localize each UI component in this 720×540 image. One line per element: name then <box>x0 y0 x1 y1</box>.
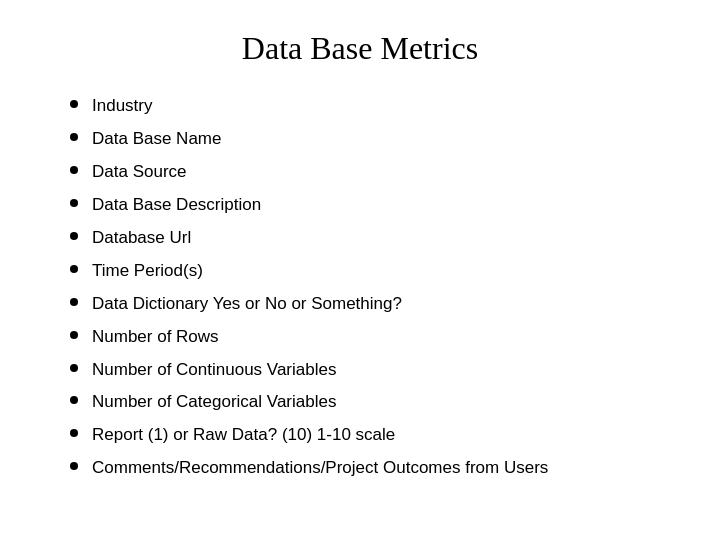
list-item-label: Number of Continuous Variables <box>92 359 336 382</box>
bullet-dot-icon <box>70 364 78 372</box>
list-item-label: Data Base Name <box>92 128 221 151</box>
list-item-label: Data Source <box>92 161 187 184</box>
bullet-dot-icon <box>70 429 78 437</box>
bullet-dot-icon <box>70 396 78 404</box>
page-container: Data Base Metrics IndustryData Base Name… <box>0 0 720 540</box>
bullet-dot-icon <box>70 298 78 306</box>
bullet-dot-icon <box>70 331 78 339</box>
list-item: Report (1) or Raw Data? (10) 1-10 scale <box>70 424 680 447</box>
list-item-label: Comments/Recommendations/Project Outcome… <box>92 457 548 480</box>
bullet-dot-icon <box>70 166 78 174</box>
list-item: Time Period(s) <box>70 260 680 283</box>
bullet-dot-icon <box>70 133 78 141</box>
list-item: Data Source <box>70 161 680 184</box>
list-item: Comments/Recommendations/Project Outcome… <box>70 457 680 480</box>
list-item: Data Base Name <box>70 128 680 151</box>
page-title: Data Base Metrics <box>40 30 680 67</box>
bullet-list: IndustryData Base NameData SourceData Ba… <box>70 95 680 490</box>
list-item: Number of Rows <box>70 326 680 349</box>
list-item-label: Number of Rows <box>92 326 219 349</box>
list-item: Industry <box>70 95 680 118</box>
list-item-label: Industry <box>92 95 152 118</box>
list-item-label: Data Base Description <box>92 194 261 217</box>
list-item: Number of Continuous Variables <box>70 359 680 382</box>
bullet-dot-icon <box>70 199 78 207</box>
bullet-dot-icon <box>70 265 78 273</box>
list-item: Number of Categorical Variables <box>70 391 680 414</box>
bullet-dot-icon <box>70 100 78 108</box>
list-item: Data Dictionary Yes or No or Something? <box>70 293 680 316</box>
list-item-label: Report (1) or Raw Data? (10) 1-10 scale <box>92 424 395 447</box>
bullet-dot-icon <box>70 232 78 240</box>
list-item: Database Url <box>70 227 680 250</box>
list-item-label: Data Dictionary Yes or No or Something? <box>92 293 402 316</box>
list-item-label: Time Period(s) <box>92 260 203 283</box>
list-item: Data Base Description <box>70 194 680 217</box>
list-item-label: Number of Categorical Variables <box>92 391 336 414</box>
list-item-label: Database Url <box>92 227 191 250</box>
bullet-dot-icon <box>70 462 78 470</box>
